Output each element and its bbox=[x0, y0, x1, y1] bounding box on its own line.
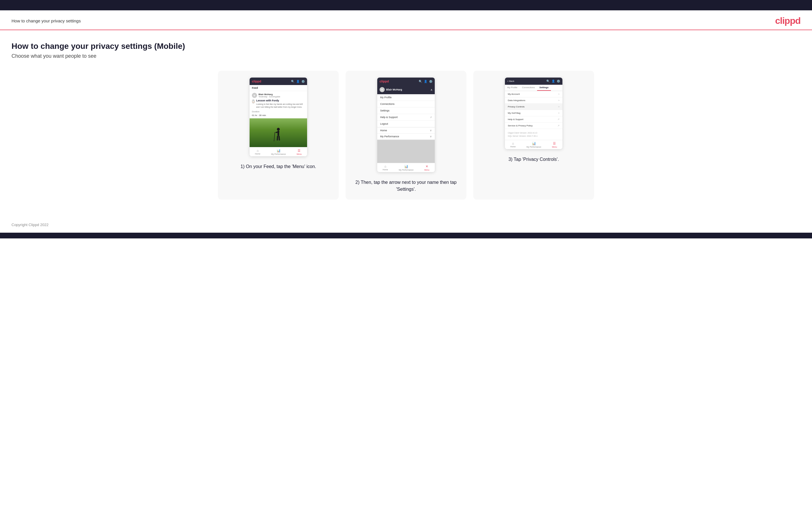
helpsupport-ext: ↗ bbox=[558, 118, 560, 121]
lesson-icon: 📋 bbox=[252, 99, 255, 104]
home-icon: ⌂ bbox=[257, 149, 259, 152]
phone-logo-1: clippd bbox=[252, 79, 261, 83]
menu-item-connections[interactable]: Connections bbox=[377, 101, 435, 107]
tab-myprofile[interactable]: My Profile bbox=[505, 85, 520, 91]
privacycontrols-chevron: > bbox=[558, 105, 560, 108]
bottom-nav-performance-3: 📊 My Performance bbox=[526, 142, 541, 148]
phone-nav-icons-1: 🔍 👤 ⚙️ bbox=[291, 80, 305, 83]
tab-connections[interactable]: Connections bbox=[520, 85, 537, 91]
menu-collapse-arrow[interactable]: ∧ bbox=[430, 88, 433, 91]
post-author-info: Blair McHarg Yesterday · Sunningdale bbox=[258, 93, 281, 98]
mygolfbag-label: My Golf Bag bbox=[508, 112, 520, 114]
home-label-3: Home bbox=[510, 146, 516, 148]
menu-bg-dim bbox=[377, 140, 435, 163]
step-1-card: clippd 🔍 👤 ⚙️ Feed B Blair McHarg bbox=[218, 71, 339, 200]
menu-icon: ☰ bbox=[298, 149, 301, 153]
privacycontrols-label: Privacy Controls bbox=[508, 105, 524, 108]
tab-settings[interactable]: Settings bbox=[537, 85, 551, 91]
search-icon: 🔍 bbox=[291, 80, 295, 83]
dataintegrations-chevron: > bbox=[558, 99, 560, 102]
performance-label: My Performance bbox=[271, 153, 286, 155]
menu-item-helpsupport[interactable]: Help & Support bbox=[377, 114, 435, 121]
helpsupport-label: Help & Support bbox=[508, 118, 523, 121]
feed-post: B Blair McHarg Yesterday · Sunningdale 📋… bbox=[250, 91, 307, 118]
menu-label: Menu bbox=[297, 153, 302, 155]
person-icon-3: 👤 bbox=[552, 79, 555, 83]
header: How to change your privacy settings clip… bbox=[0, 10, 812, 30]
duration-value: 01 hr : 30 min bbox=[252, 114, 305, 117]
avatar-2: B bbox=[379, 87, 385, 92]
bottom-nav-performance-2: 📊 My Performance bbox=[399, 165, 413, 171]
myaccount-label: My Account bbox=[508, 93, 519, 95]
version-info: Clippd Client Version: 2022.8.3-3 GQL Se… bbox=[505, 129, 562, 140]
dataintegrations-label: Data Integrations bbox=[508, 99, 525, 102]
version-server: GQL Server Version: 2022.7.30-1 bbox=[508, 134, 560, 137]
clippd-logo: clippd bbox=[775, 15, 801, 26]
bottom-nav-home-3: ⌂ Home bbox=[510, 142, 516, 148]
author-name: Blair McHarg bbox=[258, 93, 281, 96]
phone-nav-2: clippd 🔍 👤 ⚙️ bbox=[377, 77, 435, 85]
settings-icon: ⚙️ bbox=[301, 80, 305, 83]
step-2-card: clippd 🔍 👤 ⚙️ B Blair McHarg ∧ bbox=[346, 71, 466, 200]
bottom-nav-home-2: ⌂ Home bbox=[383, 165, 388, 171]
serviceprivacy-label: Service & Privacy Policy bbox=[508, 124, 532, 127]
menu-sections: Home ∨ My Performance ∨ bbox=[377, 127, 435, 140]
home-chevron: ∨ bbox=[430, 129, 432, 132]
person-icon-2: 👤 bbox=[424, 80, 427, 83]
svg-point-0 bbox=[277, 128, 280, 131]
settings-row-myaccount[interactable]: My Account > bbox=[505, 91, 562, 97]
post-author-row: B Blair McHarg Yesterday · Sunningdale bbox=[252, 93, 305, 98]
footer: Copyright Clippd 2022 bbox=[0, 217, 812, 233]
home-label: Home bbox=[255, 153, 260, 155]
settings-row-mygolfbag[interactable]: My Golf Bag > bbox=[505, 110, 562, 116]
performance-chevron: ∨ bbox=[430, 135, 432, 138]
bottom-nav-home: ⌂ Home bbox=[255, 149, 260, 155]
top-bar bbox=[0, 0, 812, 10]
bottom-nav-menu-3[interactable]: ☰ Menu bbox=[552, 142, 557, 148]
search-icon-3: 🔍 bbox=[546, 79, 550, 83]
menu-item-settings[interactable]: Settings bbox=[377, 107, 435, 114]
home-label-2: Home bbox=[383, 169, 388, 171]
mygolfbag-chevron: > bbox=[558, 112, 560, 114]
step-2-caption: 2) Then, tap the arrow next to your name… bbox=[351, 179, 461, 193]
step-3-phone: < Back 🔍 👤 ⚙️ My Profile Connections Set… bbox=[505, 77, 562, 149]
step-2-phone: clippd 🔍 👤 ⚙️ B Blair McHarg ∧ bbox=[377, 77, 435, 172]
settings-tabs: My Profile Connections Settings bbox=[505, 85, 562, 91]
step-1-phone: clippd 🔍 👤 ⚙️ Feed B Blair McHarg bbox=[250, 77, 307, 156]
home-icon-2: ⌂ bbox=[385, 165, 387, 168]
menu-user-row: B Blair McHarg ∧ bbox=[377, 85, 435, 94]
close-icon: ✕ bbox=[425, 165, 428, 168]
back-button[interactable]: < Back bbox=[507, 80, 514, 82]
page-heading: How to change your privacy settings (Mob… bbox=[11, 42, 801, 51]
bottom-nav-performance: 📊 My Performance bbox=[271, 149, 286, 155]
menu-label-3: Menu bbox=[552, 146, 557, 148]
phone-nav-icons-3: 🔍 👤 ⚙️ bbox=[546, 79, 560, 83]
lesson-desc: Looking to feel like my hands are exitin… bbox=[256, 103, 305, 109]
myaccount-chevron: > bbox=[558, 93, 560, 95]
performance-icon-2: 📊 bbox=[404, 165, 408, 168]
menu-section-performance[interactable]: My Performance ∨ bbox=[377, 133, 435, 139]
page-subheading: Choose what you want people to see bbox=[11, 53, 801, 59]
phone-nav-1: clippd 🔍 👤 ⚙️ bbox=[250, 77, 307, 85]
settings-row-serviceprivacy[interactable]: Service & Privacy Policy ↗ bbox=[505, 123, 562, 129]
duration-label: Duration bbox=[252, 111, 305, 113]
golfer-silhouette bbox=[272, 127, 284, 147]
menu-icon-3: ☰ bbox=[553, 142, 556, 145]
phone-bottom-nav-1: ⌂ Home 📊 My Performance ☰ Menu bbox=[250, 147, 307, 156]
bottom-nav-menu-2[interactable]: ✕ Menu bbox=[424, 165, 429, 171]
menu-item-logout[interactable]: Logout bbox=[377, 121, 435, 127]
step-3-card: < Back 🔍 👤 ⚙️ My Profile Connections Set… bbox=[473, 71, 594, 200]
menu-section-home[interactable]: Home ∨ bbox=[377, 127, 435, 133]
performance-label-2: My Performance bbox=[399, 169, 413, 171]
bottom-nav-menu[interactable]: ☰ Menu bbox=[297, 149, 302, 155]
svg-rect-3 bbox=[276, 135, 278, 140]
settings-list: My Account > Data Integrations > Privacy… bbox=[505, 91, 562, 129]
svg-rect-4 bbox=[278, 135, 280, 140]
settings-row-privacycontrols[interactable]: Privacy Controls > bbox=[505, 104, 562, 110]
version-client: Clippd Client Version: 2022.8.3-3 bbox=[508, 131, 560, 134]
svg-line-5 bbox=[274, 132, 275, 141]
menu-item-myprofile[interactable]: My Profile bbox=[377, 94, 435, 101]
avatar: B bbox=[252, 93, 257, 98]
settings-row-dataintegrations[interactable]: Data Integrations > bbox=[505, 97, 562, 104]
settings-row-helpsupport[interactable]: Help & Support ↗ bbox=[505, 116, 562, 123]
